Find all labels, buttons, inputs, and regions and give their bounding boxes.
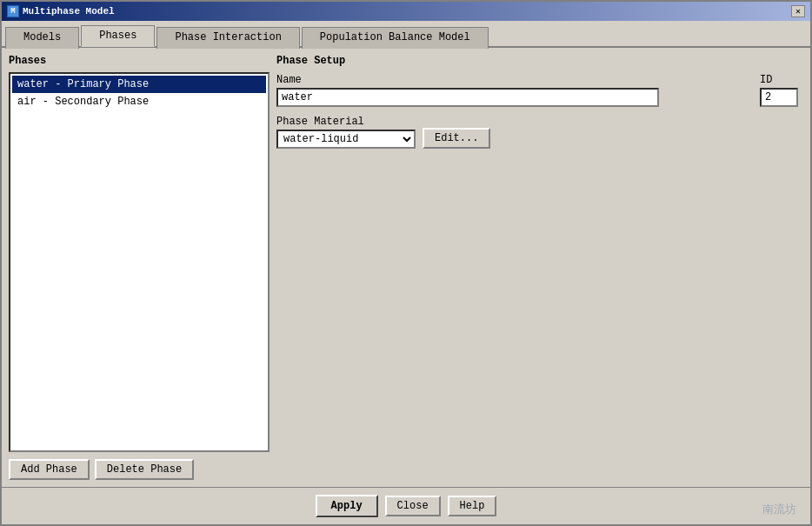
phase-setup-title: Phase Setup [276,55,803,67]
title-bar: M Multiphase Model ✕ [2,2,810,21]
tab-phase-interaction[interactable]: Phase Interaction [156,27,299,49]
edit-button[interactable]: Edit... [423,128,490,149]
close-button[interactable]: ✕ [791,5,805,17]
help-button[interactable]: Help [448,496,497,516]
name-group: Name [276,74,751,107]
close-dialog-button[interactable]: Close [385,496,441,516]
tab-population-balance[interactable]: Population Balance Model [302,27,489,49]
title-bar-left: M Multiphase Model [7,5,115,17]
material-select[interactable]: water-liquid air [276,130,416,149]
main-layout: Phases water - Primary Phase air - Secon… [9,55,803,480]
material-row: Phase Material water-liquid air Edit... [276,116,803,149]
id-label: ID [760,74,803,86]
main-window: M Multiphase Model ✕ Models Phases Phase… [0,0,812,526]
material-label: Phase Material [276,116,416,128]
name-id-row: Name ID [276,74,803,107]
add-phase-button[interactable]: Add Phase [9,459,90,480]
tab-phases[interactable]: Phases [81,25,155,47]
phase-item-water[interactable]: water - Primary Phase [12,76,266,93]
id-input[interactable] [760,88,798,107]
material-group: Phase Material water-liquid air [276,116,416,149]
right-panel: Phase Setup Name ID Phase Material [276,55,803,480]
phase-item-air[interactable]: air - Secondary Phase [12,93,266,110]
tabs-bar: Models Phases Phase Interaction Populati… [2,21,810,48]
delete-phase-button[interactable]: Delete Phase [95,459,194,480]
watermark: 南流坊 [762,502,796,517]
phases-list[interactable]: water - Primary Phase air - Secondary Ph… [9,72,270,452]
phases-title: Phases [9,55,270,67]
left-panel: Phases water - Primary Phase air - Secon… [9,55,270,480]
bottom-bar: Apply Close Help 南流坊 [2,487,810,524]
id-group: ID [760,74,803,107]
left-buttons: Add Phase Delete Phase [9,459,270,480]
name-label: Name [276,74,751,86]
name-input[interactable] [276,88,659,107]
window-title: Multiphase Model [23,6,115,17]
apply-button[interactable]: Apply [316,495,378,517]
window-icon: M [7,5,19,17]
content-area: Phases water - Primary Phase air - Secon… [2,48,810,487]
tab-models[interactable]: Models [5,27,79,49]
